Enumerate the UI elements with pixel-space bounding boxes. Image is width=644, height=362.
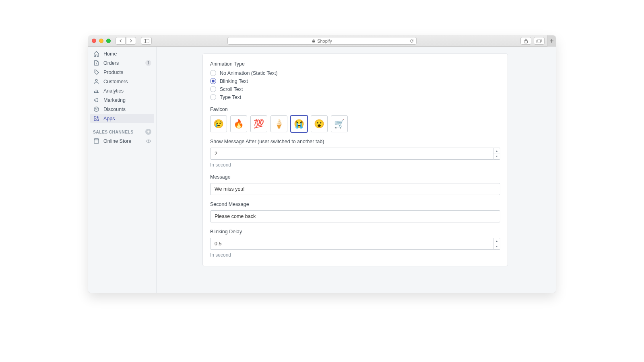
sidebar-item-label: Analytics — [103, 88, 124, 94]
favicon-option-icecream[interactable]: 🍦 — [270, 115, 287, 132]
svg-point-10 — [97, 110, 97, 111]
minimize-window-button[interactable] — [99, 39, 103, 43]
section-title-label: SALES CHANNELS — [93, 130, 133, 134]
svg-rect-2 — [312, 41, 315, 43]
step-up-button[interactable]: ▲ — [493, 148, 500, 154]
sidebar-toggle — [141, 37, 152, 45]
radio-label: No Animation (Static Text) — [220, 70, 278, 76]
favicon-group: Favicon 😢 🔥 💯 🍦 😭 😮 🛒 — [210, 107, 500, 132]
animation-type-label: Animation Type — [210, 61, 500, 67]
svg-rect-11 — [94, 116, 96, 118]
tabs-button[interactable] — [534, 37, 545, 45]
address-bar[interactable]: Shopify — [227, 37, 417, 45]
step-down-button[interactable]: ▼ — [493, 154, 500, 160]
blinking-delay-input[interactable] — [210, 238, 493, 250]
animation-type-group: Animation Type No Animation (Static Text… — [210, 61, 500, 100]
radio-label: Type Text — [220, 95, 241, 100]
address-bar-label: Shopify — [317, 39, 332, 43]
discount-icon — [93, 106, 99, 113]
sidebar-item-marketing[interactable]: Marketing — [88, 95, 156, 105]
store-icon — [93, 138, 99, 144]
show-after-stepper: ▲ ▼ — [493, 148, 500, 160]
radio-label: Blinking Text — [220, 78, 248, 84]
radio-scroll-text[interactable]: Scroll Text — [210, 86, 500, 92]
apps-icon — [93, 115, 99, 122]
step-up-button[interactable]: ▲ — [493, 238, 500, 244]
show-after-group: Show Message After (user switched to ano… — [210, 139, 500, 168]
favicon-option-hushed[interactable]: 😮 — [311, 115, 328, 132]
close-window-button[interactable] — [92, 39, 96, 43]
radio-icon — [210, 78, 216, 84]
sidebar-item-label: Apps — [103, 116, 115, 121]
nav-back-button[interactable] — [116, 37, 126, 45]
megaphone-icon — [93, 97, 99, 103]
sidebar-item-label: Home — [103, 51, 117, 57]
sidebar-item-label: Marketing — [103, 97, 126, 103]
blinking-delay-label: Blinking Delay — [210, 229, 500, 234]
radio-icon — [210, 94, 216, 100]
new-tab-button[interactable] — [547, 35, 556, 47]
window-controls — [92, 39, 111, 43]
second-message-label: Second Message — [210, 202, 500, 207]
second-message-input[interactable] — [210, 210, 500, 222]
lock-icon — [312, 39, 315, 43]
svg-point-9 — [95, 108, 96, 109]
settings-card: Animation Type No Animation (Static Text… — [203, 54, 508, 266]
toolbar-right — [520, 37, 545, 45]
sidebar-item-apps[interactable]: Apps — [90, 114, 154, 123]
sidebar-item-home[interactable]: Home — [88, 49, 156, 58]
show-after-label: Show Message After (user switched to ano… — [210, 139, 500, 144]
sidebar-item-products[interactable]: Products — [88, 68, 156, 77]
svg-rect-13 — [97, 119, 99, 121]
person-icon — [93, 78, 99, 85]
show-after-input[interactable] — [210, 148, 493, 160]
sidebar-channel-online-store[interactable]: Online Store — [88, 136, 156, 146]
share-button[interactable] — [520, 37, 531, 45]
svg-point-7 — [95, 79, 97, 81]
sales-channels-header: SALES CHANNELS — [88, 123, 156, 136]
sidebar-toggle-button[interactable] — [141, 37, 152, 45]
blinking-delay-stepper: ▲ ▼ — [493, 238, 500, 250]
second-message-group: Second Message — [210, 202, 500, 222]
sidebar-item-customers[interactable]: Customers — [88, 77, 156, 86]
svg-point-6 — [95, 71, 95, 72]
blinking-delay-group: Blinking Delay ▲ ▼ In second — [210, 229, 500, 258]
sidebar-item-label: Online Store — [103, 138, 131, 144]
sidebar-item-analytics[interactable]: Analytics — [88, 86, 156, 95]
favicon-option-hundred[interactable]: 💯 — [250, 115, 267, 132]
radio-blinking-text[interactable]: Blinking Text — [210, 78, 500, 84]
message-input[interactable] — [210, 183, 500, 195]
blinking-delay-help: In second — [210, 252, 500, 258]
sidebar-item-label: Orders — [103, 60, 119, 66]
nav-forward-button[interactable] — [126, 37, 136, 45]
message-label: Message — [210, 174, 500, 180]
view-store-icon[interactable] — [146, 138, 151, 144]
radio-icon — [210, 70, 216, 76]
browser-titlebar: Shopify — [88, 35, 556, 47]
sidebar-item-label: Products — [103, 70, 123, 75]
sidebar-item-orders[interactable]: Orders 1 — [88, 58, 156, 68]
sidebar-item-discounts[interactable]: Discounts — [88, 105, 156, 114]
step-down-button[interactable]: ▼ — [493, 244, 500, 250]
radio-no-animation[interactable]: No Animation (Static Text) — [210, 70, 500, 76]
svg-rect-12 — [94, 119, 96, 121]
radio-type-text[interactable]: Type Text — [210, 94, 500, 100]
favicon-option-cart[interactable]: 🛒 — [331, 115, 348, 132]
svg-rect-0 — [144, 39, 149, 43]
message-group: Message — [210, 174, 500, 195]
svg-rect-14 — [94, 140, 98, 143]
radio-label: Scroll Text — [220, 86, 243, 92]
tag-icon — [93, 69, 99, 76]
sidebar-item-label: Customers — [103, 79, 128, 84]
favicon-options: 😢 🔥 💯 🍦 😭 😮 🛒 — [210, 115, 500, 132]
favicon-option-crying[interactable]: 😢 — [210, 115, 227, 132]
admin-sidebar: Home Orders 1 Products Customers — [88, 47, 157, 293]
favicon-label: Favicon — [210, 107, 500, 112]
favicon-option-sob[interactable]: 😭 — [291, 115, 308, 132]
sidebar-item-label: Discounts — [103, 107, 126, 112]
reload-icon[interactable] — [410, 39, 414, 43]
add-channel-button[interactable] — [145, 129, 151, 135]
favicon-option-fire[interactable]: 🔥 — [230, 115, 247, 132]
svg-rect-4 — [537, 40, 541, 43]
zoom-window-button[interactable] — [106, 39, 111, 43]
